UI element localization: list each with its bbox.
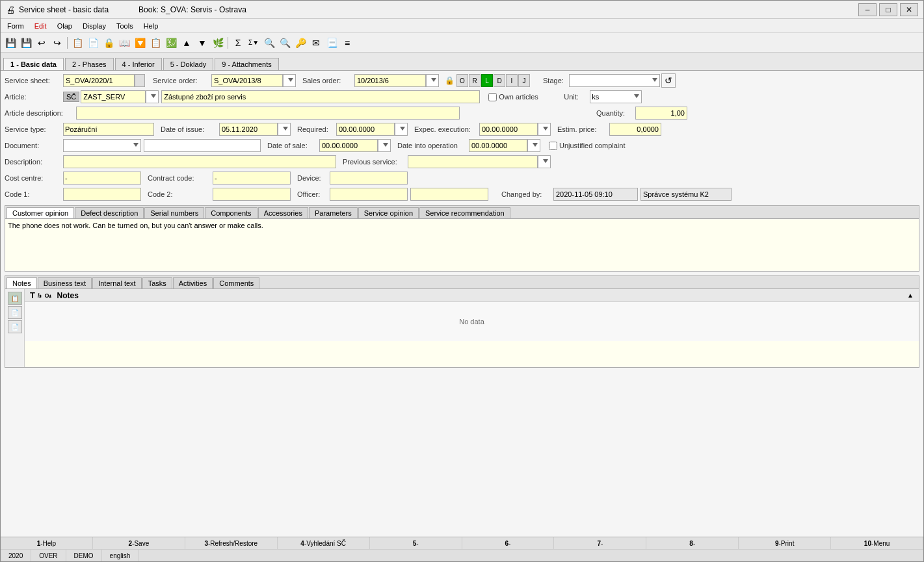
description-input[interactable] bbox=[63, 155, 336, 168]
unit-select[interactable]: ks bbox=[590, 90, 642, 103]
tab-inferior[interactable]: 4 - Inferior bbox=[115, 58, 162, 70]
fn-9[interactable]: 9-Print bbox=[739, 537, 831, 549]
search2-button[interactable]: 🔍 bbox=[278, 36, 292, 50]
fn-8[interactable]: 8- bbox=[646, 537, 739, 549]
stage-select[interactable] bbox=[569, 74, 660, 87]
stage-I[interactable]: I bbox=[506, 74, 518, 87]
calc-button[interactable]: 💹 bbox=[164, 36, 178, 50]
tab-business-text[interactable]: Business text bbox=[38, 277, 92, 288]
estim-price-input[interactable] bbox=[609, 123, 661, 136]
contract-code-select[interactable]: - bbox=[213, 172, 291, 185]
cost-centre-select[interactable]: - bbox=[63, 172, 141, 185]
article-code-input[interactable] bbox=[81, 90, 146, 103]
expec-exec-select[interactable] bbox=[538, 123, 551, 136]
tab-notes[interactable]: Notes bbox=[7, 277, 37, 288]
stage-J[interactable]: J bbox=[518, 74, 530, 87]
stage-O[interactable]: O bbox=[456, 74, 468, 87]
tab-components[interactable]: Components bbox=[205, 207, 257, 218]
fn-2[interactable]: 2-Save bbox=[93, 537, 185, 549]
tab-internal-text[interactable]: Internal text bbox=[92, 277, 141, 288]
menu-button[interactable]: ≡ bbox=[340, 36, 354, 50]
stage-refresh-button[interactable]: ↺ bbox=[661, 73, 676, 88]
save2-button[interactable]: 💾 bbox=[19, 36, 33, 50]
key-button[interactable]: 🔑 bbox=[293, 36, 308, 50]
notes-tool-3[interactable]: 📄 bbox=[8, 320, 22, 333]
menu-form[interactable]: Form bbox=[3, 21, 28, 31]
menu-olap[interactable]: Olap bbox=[53, 21, 76, 31]
stage-L[interactable]: L bbox=[481, 74, 493, 87]
officer-select[interactable] bbox=[330, 188, 408, 201]
stage-R[interactable]: R bbox=[469, 74, 481, 87]
fn-4[interactable]: 4-Vyhledání SČ bbox=[278, 537, 370, 549]
code1-select[interactable] bbox=[63, 188, 141, 201]
sum-button[interactable]: Σ bbox=[231, 36, 245, 50]
menu-tools[interactable]: Tools bbox=[112, 21, 137, 31]
tab-doklady[interactable]: 5 - Doklady bbox=[163, 58, 214, 70]
menu-edit[interactable]: Edit bbox=[31, 21, 51, 31]
date-of-sale-input[interactable] bbox=[319, 139, 378, 152]
book-button[interactable]: 📖 bbox=[117, 36, 131, 50]
tab-comments[interactable]: Comments bbox=[213, 277, 259, 288]
maximize-button[interactable]: □ bbox=[879, 3, 897, 16]
tab-activities[interactable]: Activities bbox=[173, 277, 213, 288]
date-into-operation-input[interactable] bbox=[469, 139, 527, 152]
fn-5[interactable]: 5- bbox=[370, 537, 462, 549]
article-desc-input[interactable] bbox=[161, 90, 480, 103]
tab-customer-opinion[interactable]: Customer opinion bbox=[7, 207, 74, 218]
sum2-button[interactable]: Σ▼ bbox=[246, 36, 261, 50]
date-of-sale-select[interactable] bbox=[378, 139, 391, 152]
menu-help[interactable]: Help bbox=[140, 21, 163, 31]
expec-exec-input[interactable] bbox=[479, 123, 538, 136]
date-of-issue-input[interactable] bbox=[219, 123, 278, 136]
service-type-select[interactable]: Pozáruční bbox=[63, 123, 154, 136]
quantity-input[interactable] bbox=[635, 107, 687, 120]
service-sheet-input[interactable] bbox=[63, 74, 135, 87]
date-into-operation-select[interactable] bbox=[527, 139, 540, 152]
redo-button[interactable]: ↪ bbox=[50, 36, 64, 50]
search1-button[interactable]: 🔍 bbox=[262, 36, 276, 50]
required-select[interactable] bbox=[395, 123, 408, 136]
clipboard-button[interactable]: 📋 bbox=[148, 36, 163, 50]
document-select1[interactable] bbox=[63, 139, 141, 152]
article-code-select[interactable] bbox=[146, 90, 159, 103]
tab-service-recommendation[interactable]: Service recommendation bbox=[419, 207, 510, 218]
unjustified-complaint-checkbox[interactable] bbox=[549, 142, 557, 150]
article-description-input[interactable] bbox=[76, 107, 460, 120]
doc-button[interactable]: 📃 bbox=[324, 36, 339, 50]
copy-button[interactable]: 📋 bbox=[70, 36, 85, 50]
menu-display[interactable]: Display bbox=[79, 21, 110, 31]
tab-basic-data[interactable]: 1 - Basic data bbox=[3, 58, 64, 70]
customer-opinion-textarea[interactable]: The phone does not work. Can be turned o… bbox=[5, 219, 919, 271]
fn-7[interactable]: 7- bbox=[554, 537, 646, 549]
service-order-input[interactable] bbox=[211, 74, 283, 87]
lock-button[interactable]: 🔒 bbox=[101, 36, 116, 50]
minimize-button[interactable]: – bbox=[858, 3, 877, 16]
fn-3[interactable]: 3-Refresh/Restore bbox=[185, 537, 278, 549]
notes-tool-1[interactable]: 📋 bbox=[8, 292, 22, 305]
save-button[interactable]: 💾 bbox=[3, 36, 18, 50]
green-button[interactable]: 🌿 bbox=[211, 36, 225, 50]
device-select[interactable] bbox=[330, 172, 408, 185]
sales-order-select[interactable] bbox=[426, 74, 439, 87]
new-button[interactable]: 📄 bbox=[86, 36, 100, 50]
officer-input[interactable] bbox=[410, 188, 488, 201]
tab-parameters[interactable]: Parameters bbox=[309, 207, 358, 218]
email-button[interactable]: ✉ bbox=[309, 36, 323, 50]
close-button[interactable]: ✕ bbox=[900, 3, 918, 16]
up-button[interactable]: ▲ bbox=[179, 36, 194, 50]
document-input[interactable] bbox=[144, 139, 261, 152]
tab-accessories[interactable]: Accessories bbox=[258, 207, 308, 218]
previous-service-select[interactable] bbox=[538, 155, 551, 168]
fn-10[interactable]: 10-Menu bbox=[831, 537, 923, 549]
fn-1[interactable]: 1-Help bbox=[1, 537, 93, 549]
notes-tool-2[interactable]: 📄 bbox=[8, 306, 22, 319]
service-order-select[interactable] bbox=[283, 74, 296, 87]
required-input[interactable] bbox=[336, 123, 395, 136]
fn-6[interactable]: 6- bbox=[462, 537, 555, 549]
own-articles-checkbox[interactable] bbox=[488, 93, 497, 101]
stage-D[interactable]: D bbox=[494, 74, 505, 87]
tab-service-opinion[interactable]: Service opinion bbox=[358, 207, 419, 218]
date-of-issue-select[interactable] bbox=[278, 123, 291, 136]
tab-defect-description[interactable]: Defect description bbox=[75, 207, 144, 218]
sales-order-input[interactable] bbox=[354, 74, 426, 87]
